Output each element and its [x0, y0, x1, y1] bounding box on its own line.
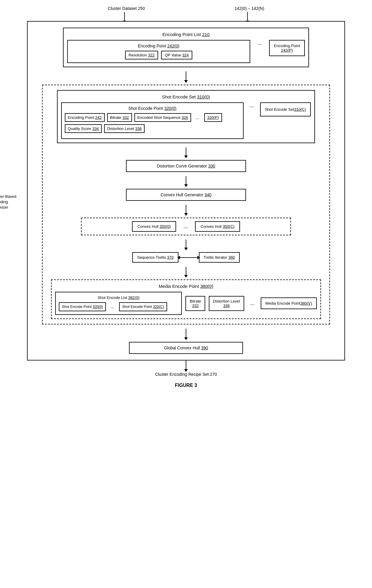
trellis-bidirectional-arrow	[180, 257, 198, 258]
cluster-recipe-label: Cluster Encoding Recipe Set 270	[155, 372, 217, 377]
mes-bitrate-field: Bitrate332	[185, 296, 205, 311]
encoding-point-0-box: Encoding Point 242(0) Resolution 322 QP …	[67, 40, 250, 63]
arrow-ep-to-ses	[186, 71, 186, 80]
ellipsis-6: ...	[248, 300, 257, 306]
sep-320-0-box: Shot Encode Point 320(0)	[59, 302, 106, 311]
shot-encode-set-title: Shot Encode Set 310(0)	[61, 94, 311, 99]
arrow-mep-to-gch	[186, 329, 186, 338]
encoded-shot-seq-field: Encoded Shot Sequence 326	[134, 113, 191, 122]
qp-value-field: QP Value 324	[161, 51, 192, 59]
convex-hulls-wrapper: Convex Hull 350(0) ... Convex Hull 350(C…	[81, 218, 291, 235]
shot-encode-set-c-box: Shot Encode Set 310(C)	[260, 102, 311, 116]
encoding-point-242-field: Encoding Point 242	[65, 113, 105, 122]
media-encode-section-box: Media Encode Point 380(0) Shot Encode Li…	[51, 279, 321, 319]
main-outer-box: Encoding Point List 210 Encoding Point 2…	[27, 21, 345, 360]
trellis-row: Sequence Trellis 370 Trellis Iterator 36…	[81, 252, 291, 263]
figure-caption: FIGURE 3	[175, 383, 197, 388]
trellis-iterator-box: Trellis Iterator 360	[199, 252, 240, 263]
resolution-field: Resolution 322	[125, 51, 158, 59]
ellipsis-3: ...	[247, 102, 256, 109]
convex-hull-generator-box: Convex Hull Generator 340	[126, 189, 246, 201]
distortion-curve-generator-box: Distortion Curve Generator 330	[126, 160, 246, 172]
ellipsis-1: ...	[255, 40, 264, 46]
arrow-signals	[247, 12, 248, 21]
sep-title: Shot Encode Point 320(0)	[65, 106, 240, 111]
arrow-chg-to-hulls	[186, 205, 186, 213]
signals-label: 142(0) – 142(N)	[235, 6, 264, 11]
encoding-point-list-title: Encoding Point List 210	[67, 32, 305, 37]
cluster-optimizer-box: Shot Encode Set 310(0) Shot Encode Point…	[42, 85, 330, 324]
shot-encode-point-0-box: Shot Encode Point 320(0) Encoding Point …	[61, 102, 244, 139]
ellipsis-2: ...	[194, 113, 202, 122]
cluster-optimizer-label: Cluster-BasedEncodingOptimizer260	[0, 194, 28, 216]
cluster-dataset-label: Cluster Dataset 250	[108, 6, 145, 11]
arrow-hulls-to-trellis	[186, 240, 186, 248]
arrow-ses-to-dcg	[186, 147, 186, 156]
mes-distortion-field: Distortion Level336	[209, 296, 244, 311]
encoding-point-list-box: Encoding Point List 210 Encoding Point 2…	[63, 28, 309, 67]
ellipsis-4: ...	[181, 223, 190, 230]
shot-encode-list-box: Shot Encode List 382(0) Shot Encode Poin…	[55, 292, 182, 315]
global-convex-hull-box: Global Convex Hull 390	[129, 342, 243, 354]
convex-hull-0-box: Convex Hull 350(0)	[132, 221, 176, 232]
sequence-trellis-box: Sequence Trellis 370	[132, 252, 178, 263]
distortion-level-field: Distortion Level 336	[104, 124, 145, 133]
shot-encode-set-box: Shot Encode Set 310(0) Shot Encode Point…	[57, 90, 315, 143]
diagram-container: Cluster Dataset 250 142(0) – 142(N) Enco…	[21, 6, 351, 388]
arrow-gch-to-recipe	[186, 360, 186, 369]
sep-320p-field: 320(P)	[204, 113, 222, 122]
ellipsis-5: ...	[108, 304, 117, 309]
arrow-cluster-dataset	[124, 12, 125, 21]
bitrate-332-field: Bitrate 332	[107, 113, 132, 122]
quality-score-field: Quality Score 334	[65, 124, 102, 133]
sep-320-c-box: Shot Encode Point 320(C)	[119, 302, 167, 311]
encoding-point-p-box: Encoding Point242(P)	[269, 40, 305, 56]
sel-title: Shot Encode List 382(0)	[59, 295, 178, 300]
arrow-dcg-to-chg	[186, 176, 186, 185]
arrow-trellis-to-mep	[186, 267, 186, 275]
convex-hull-c-box: Convex Hull 350(C)	[195, 221, 240, 232]
mes-title: Media Encode Point 380(0)	[55, 284, 317, 289]
media-encode-point-v-box: Media Encode Point 380(V)	[261, 297, 317, 309]
encoding-point-0-title: Encoding Point 242(0)	[71, 44, 247, 48]
